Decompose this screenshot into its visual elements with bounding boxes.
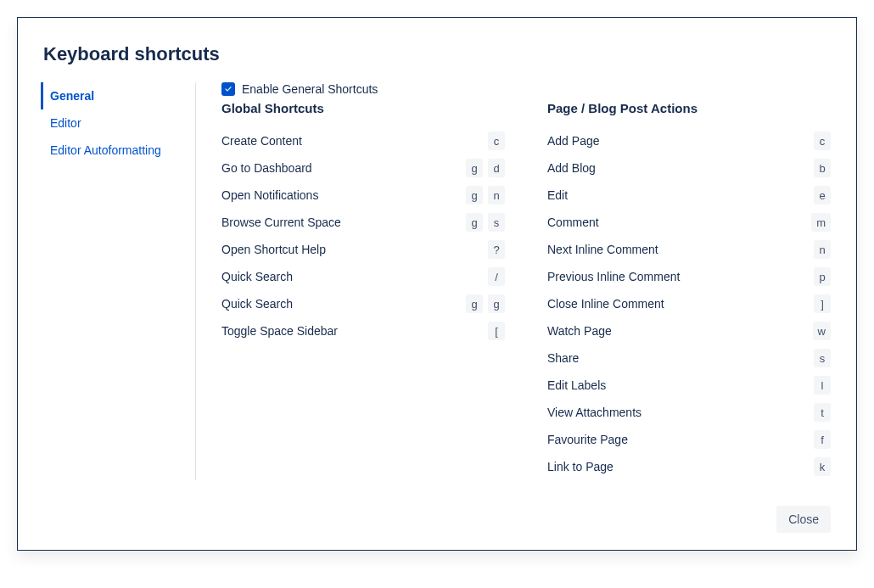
- shortcut-row: View Attachmentst: [547, 399, 831, 426]
- key: g: [466, 159, 483, 177]
- sidebar-item-label: Editor: [50, 116, 81, 130]
- key: c: [488, 132, 505, 150]
- shortcut-keys: gg: [466, 294, 505, 313]
- key: g: [466, 213, 483, 232]
- shortcut-row: Shares: [547, 344, 831, 372]
- enable-shortcuts-checkbox[interactable]: [221, 82, 235, 96]
- key: [: [488, 322, 505, 340]
- shortcut-keys: l: [814, 376, 831, 395]
- shortcut-label: Quick Search: [221, 270, 293, 283]
- sidebar-item-editor[interactable]: Editor: [41, 109, 187, 137]
- key: n: [814, 240, 831, 259]
- shortcut-row: Go to Dashboardgd: [221, 154, 505, 182]
- shortcut-keys: p: [814, 267, 831, 286]
- sidebar-nav: General Editor Editor Autoformatting: [43, 82, 196, 480]
- sidebar-item-editor-autoformatting[interactable]: Editor Autoformatting: [41, 137, 187, 164]
- key: g: [466, 294, 483, 313]
- key: s: [488, 213, 505, 232]
- key: d: [488, 159, 505, 177]
- shortcut-label: Close Inline Comment: [547, 297, 664, 311]
- key: g: [466, 186, 483, 204]
- shortcut-label: Add Page: [547, 134, 600, 148]
- shortcut-keys: gn: [466, 186, 505, 204]
- shortcut-keys: ?: [488, 240, 505, 259]
- key: b: [814, 159, 831, 177]
- shortcut-row: Add Blogb: [547, 154, 831, 182]
- section-title: Global Shortcuts: [221, 101, 505, 115]
- shortcut-label: Previous Inline Comment: [547, 270, 680, 283]
- key: p: [814, 267, 831, 286]
- keyboard-shortcuts-dialog: Keyboard shortcuts General Editor Editor…: [17, 17, 857, 551]
- dialog-footer: Close: [43, 506, 831, 533]
- key: t: [814, 403, 831, 422]
- shortcut-keys: t: [814, 403, 831, 422]
- shortcut-label: Go to Dashboard: [221, 161, 312, 175]
- shortcut-label: Edit Labels: [547, 378, 606, 392]
- shortcut-keys: m: [811, 213, 831, 232]
- key: w: [813, 322, 831, 340]
- shortcut-row: Favourite Pagef: [547, 426, 831, 453]
- dialog-title: Keyboard shortcuts: [43, 43, 831, 65]
- shortcut-row: Edite: [547, 182, 831, 209]
- shortcut-label: Open Shortcut Help: [221, 243, 326, 256]
- shortcut-keys: e: [814, 186, 831, 204]
- key: l: [814, 376, 831, 395]
- shortcut-label: Next Inline Comment: [547, 243, 658, 256]
- shortcut-row: Create Contentc: [221, 127, 505, 154]
- key: n: [488, 186, 505, 204]
- check-icon: [223, 84, 233, 94]
- shortcut-row: Edit Labelsl: [547, 372, 831, 399]
- shortcut-row: Open Shortcut Help?: [221, 236, 505, 263]
- enable-shortcuts-label: Enable General Shortcuts: [242, 82, 378, 96]
- shortcut-label: Edit: [547, 188, 568, 202]
- enable-shortcuts-row: Enable General Shortcuts: [221, 82, 831, 96]
- key: k: [814, 457, 831, 476]
- shortcut-keys: f: [814, 430, 831, 449]
- shortcut-keys: k: [814, 457, 831, 476]
- shortcut-label: View Attachments: [547, 406, 641, 419]
- shortcut-keys: s: [814, 349, 831, 367]
- shortcut-label: Create Content: [221, 134, 302, 148]
- key: c: [814, 132, 831, 150]
- shortcut-keys: /: [488, 267, 505, 286]
- shortcut-row: Toggle Space Sidebar[: [221, 317, 505, 344]
- sidebar-item-general[interactable]: General: [41, 82, 187, 109]
- key: /: [488, 267, 505, 286]
- shortcut-label: Quick Search: [221, 297, 293, 311]
- shortcut-row: Link to Pagek: [547, 453, 831, 480]
- shortcut-row: Next Inline Commentn: [547, 236, 831, 263]
- content-panel: Enable General Shortcuts Global Shortcut…: [196, 82, 831, 480]
- shortcut-label: Link to Page: [547, 460, 613, 473]
- shortcut-keys: gd: [466, 159, 505, 177]
- key: ?: [488, 240, 505, 259]
- shortcut-keys: ]: [814, 294, 831, 313]
- shortcut-label: Open Notifications: [221, 188, 318, 202]
- shortcut-label: Comment: [547, 216, 599, 229]
- shortcut-row: Quick Search/: [221, 263, 505, 290]
- shortcut-label: Browse Current Space: [221, 216, 341, 229]
- shortcut-columns: Global Shortcuts Create ContentcGo to Da…: [221, 101, 831, 480]
- shortcut-row: Open Notificationsgn: [221, 182, 505, 209]
- key: s: [814, 349, 831, 367]
- sidebar-item-label: General: [50, 89, 94, 103]
- shortcut-keys: b: [814, 159, 831, 177]
- shortcut-keys: c: [488, 132, 505, 150]
- shortcut-row: Add Pagec: [547, 127, 831, 154]
- shortcut-label: Share: [547, 351, 579, 365]
- section-page-blog-actions: Page / Blog Post Actions Add PagecAdd Bl…: [547, 101, 831, 480]
- shortcut-row: Commentm: [547, 209, 831, 236]
- shortcut-keys: c: [814, 132, 831, 150]
- section-global-shortcuts: Global Shortcuts Create ContentcGo to Da…: [221, 101, 505, 480]
- key: ]: [814, 294, 831, 313]
- shortcut-row: Quick Searchgg: [221, 290, 505, 317]
- key: e: [814, 186, 831, 204]
- shortcut-keys: n: [814, 240, 831, 259]
- shortcut-keys: gs: [466, 213, 505, 232]
- shortcut-row: Watch Pagew: [547, 317, 831, 344]
- key: m: [811, 213, 831, 232]
- shortcut-row: Browse Current Spacegs: [221, 209, 505, 236]
- shortcut-row: Previous Inline Commentp: [547, 263, 831, 290]
- sidebar-item-label: Editor Autoformatting: [50, 143, 161, 157]
- shortcut-keys: [: [488, 322, 505, 340]
- close-button[interactable]: Close: [776, 506, 831, 533]
